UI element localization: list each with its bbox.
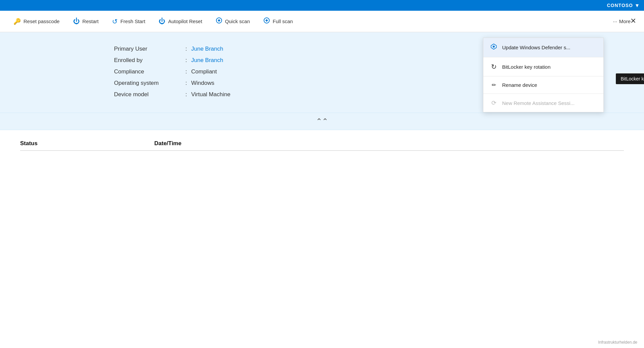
- quick-scan-icon: [216, 17, 222, 25]
- restart-label: Restart: [83, 18, 99, 24]
- os-value: Windows: [191, 80, 214, 86]
- os-label: Operating system: [114, 80, 181, 86]
- more-label: More: [619, 18, 631, 24]
- restart-icon: ⏻: [73, 17, 80, 25]
- rename-device-icon: ✏: [490, 82, 497, 88]
- primary-user-label: Primary User: [114, 46, 181, 52]
- dropdown-item-rename-device[interactable]: ✏ Rename device: [483, 76, 603, 94]
- toolbar-item-autopilot-reset[interactable]: ⏻ Autopilot Reset: [152, 11, 209, 32]
- col-header-status: Status: [20, 140, 154, 147]
- watermark: Infrastrukturhelden.de: [598, 340, 637, 345]
- dropdown-item-bitlocker[interactable]: ↻ BitLocker key rotation BitLocker key r…: [483, 57, 603, 76]
- col-header-datetime: Date/Time: [154, 140, 181, 147]
- more-ellipsis-icon: ···: [613, 18, 617, 24]
- device-model-label: Device model: [114, 91, 181, 98]
- toolbar: 🔑 Reset passcode ⏻ Restart ↺ Fresh Start…: [0, 11, 644, 32]
- reset-passcode-icon: 🔑: [13, 18, 21, 25]
- bitlocker-icon: ↻: [490, 63, 497, 71]
- toolbar-item-fresh-start[interactable]: ↺ Fresh Start: [105, 11, 152, 32]
- toolbar-item-full-scan[interactable]: Full scan: [257, 11, 300, 32]
- reset-passcode-label: Reset passcode: [23, 18, 60, 24]
- table-header: Status Date/Time: [20, 140, 624, 151]
- fresh-start-icon: ↺: [112, 17, 118, 25]
- dropdown-item-update-defender[interactable]: Update Windows Defender s...: [483, 38, 603, 57]
- brand-label: CONTOSO: [607, 3, 633, 8]
- compliance-sep: :: [181, 68, 191, 75]
- autopilot-reset-icon: ⏻: [159, 17, 165, 25]
- update-defender-label: Update Windows Defender s...: [502, 45, 570, 50]
- dropdown-item-remote-assistance[interactable]: ⟳ New Remote Assistance Sessi...: [483, 94, 603, 112]
- svg-point-3: [493, 46, 495, 48]
- enrolled-by-sep: :: [181, 57, 191, 64]
- account-chevron[interactable]: ▾: [636, 2, 639, 9]
- compliance-value: Compliant: [191, 68, 217, 75]
- close-button[interactable]: ×: [631, 16, 636, 25]
- collapse-section: ⌃⌃: [0, 113, 644, 130]
- compliance-label: Compliance: [114, 68, 181, 75]
- fresh-start-label: Fresh Start: [120, 18, 145, 24]
- table-section: Status Date/Time: [0, 130, 644, 161]
- bitlocker-label: BitLocker key rotation: [502, 64, 550, 70]
- toolbar-item-restart[interactable]: ⏻ Restart: [66, 11, 105, 32]
- collapse-icon[interactable]: ⌃⌃: [316, 117, 328, 126]
- primary-user-value[interactable]: June Branch: [191, 46, 223, 52]
- autopilot-reset-label: Autopilot Reset: [168, 18, 202, 24]
- toolbar-item-reset-passcode[interactable]: 🔑 Reset passcode: [7, 11, 66, 32]
- toolbar-item-quick-scan[interactable]: Quick scan: [209, 11, 257, 32]
- enrolled-by-label: Enrolled by: [114, 57, 181, 64]
- os-sep: :: [181, 80, 191, 86]
- rename-device-label: Rename device: [502, 82, 537, 88]
- full-scan-icon: [263, 17, 270, 25]
- remote-assistance-icon: ⟳: [490, 99, 497, 107]
- device-model-value: Virtual Machine: [191, 91, 230, 98]
- main-area: × 🔑 Reset passcode ⏻ Restart ↺ Fresh Sta…: [0, 11, 644, 348]
- remote-assistance-label: New Remote Assistance Sessi...: [502, 100, 575, 106]
- enrolled-by-value[interactable]: June Branch: [191, 57, 223, 64]
- full-scan-label: Full scan: [273, 18, 293, 24]
- primary-user-sep: :: [181, 46, 191, 52]
- update-defender-icon: [490, 43, 497, 52]
- quick-scan-label: Quick scan: [225, 18, 250, 24]
- device-model-sep: :: [181, 91, 191, 98]
- dropdown-menu: Update Windows Defender s... ↻ BitLocker…: [483, 38, 604, 112]
- top-bar: CONTOSO ▾: [0, 0, 644, 11]
